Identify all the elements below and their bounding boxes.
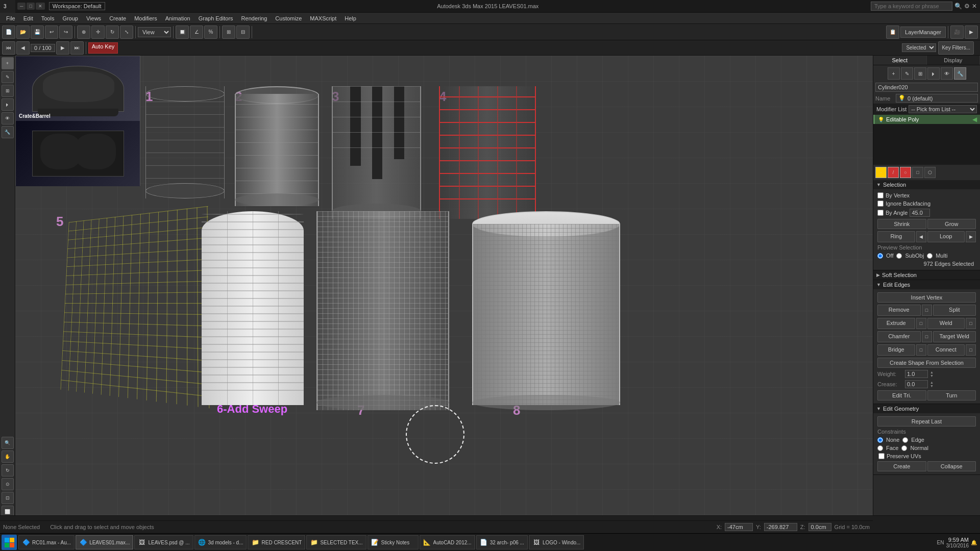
percent-snap-btn[interactable]: % [204,26,217,39]
loop-spin-btn[interactable]: ▶ [966,231,976,242]
view-dropdown[interactable]: View Screen World [138,27,171,37]
object-name-field[interactable]: Cylinder020 [875,83,978,92]
menu-edit[interactable]: Edit [19,14,37,22]
menu-modifiers[interactable]: Modifiers [130,14,161,22]
connect-settings-btn[interactable]: □ [966,344,976,356]
last-frame-btn[interactable]: ⏭ [70,41,84,55]
crease-input[interactable] [905,380,928,388]
menu-help[interactable]: Help [340,14,360,22]
hierarchy-mode-icon[interactable]: ⊞ [914,67,926,80]
left-hierarchy-btn[interactable]: ⊞ [2,85,14,97]
edit-tri-btn[interactable]: Edit Tri. [877,390,926,400]
snapping-btn[interactable]: 🔲 [176,26,189,39]
menu-maxscript[interactable]: MAXScript [306,14,340,22]
left-zoom-btn[interactable]: 🔍 [2,437,14,449]
loop-btn[interactable]: Loop [927,231,965,242]
bridge-btn[interactable]: Bridge [877,344,915,356]
display-mode-icon[interactable]: 👁 [941,67,953,80]
layer-field[interactable]: 💡 0 (default) [896,94,978,103]
key-filters-btn[interactable]: Key Filters... [938,41,974,55]
undo-btn[interactable]: ↩ [45,26,58,39]
viewport[interactable]: Crate&Barrel 1 [15,56,873,533]
play-btn[interactable]: ⏮ [2,41,15,55]
turn-btn[interactable]: Turn [927,390,976,400]
extrude-settings-btn[interactable]: □ [916,318,926,329]
frame-display[interactable]: 0 / 100 [31,44,55,52]
weld-settings-btn[interactable]: □ [966,318,976,329]
weight-down-icon[interactable]: ▼ [930,374,934,378]
render-btn[interactable]: ▶ [965,26,978,39]
weld-btn[interactable]: Weld [927,318,965,329]
redo-btn[interactable]: ↪ [59,26,72,39]
left-fieldofview-btn[interactable]: ⊙ [2,478,14,490]
repeat-last-btn[interactable]: Repeat Last [877,416,976,427]
menu-file[interactable]: File [2,14,19,22]
constraint-none-radio[interactable] [877,437,883,443]
modify-mode-icon[interactable]: ✎ [901,67,913,80]
new-btn[interactable]: 📄 [2,26,15,39]
save-btn[interactable]: 💾 [31,26,44,39]
bridge-settings-btn[interactable]: □ [916,344,926,356]
edit-edges-header[interactable]: ▼ Edit Edges [873,280,980,289]
preview-multi-radio[interactable] [927,253,933,259]
menu-graph-editors[interactable]: Graph Editors [194,14,237,22]
taskbar-item-redcrescent[interactable]: 📁 RED CRESCENT [248,535,305,549]
left-orbit-btn[interactable]: ↻ [2,464,14,477]
left-util-btn[interactable]: 🔧 [2,126,14,138]
weight-up-icon[interactable]: ▲ [930,370,934,374]
constraint-normal-radio[interactable] [901,445,907,451]
collapse-btn[interactable]: Collapse [927,461,976,471]
workspace-label[interactable]: Workspace: Default [49,2,105,10]
modifier-editable-poly[interactable]: 💡 Editable Poly ◀ [873,115,980,124]
taskbar-item-stickynotes[interactable]: 📝 Sticky Notes [368,535,419,549]
taskbar-item-selectedtex[interactable]: 📁 SELECTED TEX... [306,535,366,549]
angle-snap-btn[interactable]: ∠ [190,26,203,39]
split-btn[interactable]: Split [933,305,976,316]
remove-settings-btn[interactable]: □ [922,305,932,316]
constraint-edge-radio[interactable] [902,437,908,443]
open-btn[interactable]: 📂 [16,26,30,39]
taskbar-item-3dmodels[interactable]: 🌐 3d models - d... [194,535,247,549]
edit-geometry-header[interactable]: ▼ Edit Geometry [873,404,980,413]
tab-display[interactable]: Display [927,56,981,65]
utilities-mode-icon[interactable]: 🔧 [954,67,966,80]
ignore-backfacing-checkbox[interactable] [877,201,884,207]
connect-btn[interactable]: Connect [927,344,965,356]
settings-icon[interactable]: ⚙ [964,3,970,10]
taskbar-item-rc01[interactable]: 🔷 RC01.max - Au... [18,535,75,549]
modifier-list-dropdown[interactable]: -- Pick from List -- [909,105,977,113]
shrink-btn[interactable]: Shrink [877,219,926,229]
ring-btn[interactable]: Ring [877,231,915,242]
grow-btn[interactable]: Grow [927,219,976,229]
weight-input[interactable] [905,370,928,378]
left-pan-btn[interactable]: ✋ [2,450,14,463]
close-btn[interactable]: ✕ [36,3,45,10]
by-vertex-checkbox[interactable] [877,192,884,198]
rotate-btn[interactable]: ↻ [106,26,119,39]
sel-vertex-icon[interactable]: · [875,167,887,178]
by-angle-checkbox[interactable] [877,210,884,216]
tab-select[interactable]: Select [873,56,927,65]
menu-animation[interactable]: Animation [161,14,194,22]
start-button[interactable] [2,535,17,550]
taskbar-item-32arch[interactable]: 📄 32 arch- p06 ... [476,535,528,549]
selection-header[interactable]: ▼ Selection [873,180,980,189]
preview-subobj-radio[interactable] [896,253,902,259]
left-motion-btn[interactable]: ⏵ [2,98,14,111]
move-btn[interactable]: ✛ [91,26,105,39]
help-icon[interactable]: 🔍 [954,3,962,10]
extrude-btn[interactable]: Extrude [877,318,915,329]
maximize-btn[interactable]: □ [27,3,34,10]
taskbar-item-leaves01[interactable]: 🔷 LEAVES01.max... [76,535,133,549]
left-zoom-extents-btn[interactable]: ⊡ [2,492,14,504]
sel-border-icon[interactable]: ○ [900,167,911,178]
soft-selection-header[interactable]: ▶ Soft Selection [873,270,980,280]
autokey-btn[interactable]: Auto Key [88,42,118,54]
menu-create[interactable]: Create [105,14,130,22]
sel-polygon-icon[interactable]: □ [912,167,923,178]
align-btn[interactable]: ⊟ [236,26,250,39]
window-controls[interactable]: ─ □ ✕ [17,3,45,10]
menu-views[interactable]: Views [82,14,105,22]
taskbar-item-autocad[interactable]: 📐 AutoCAD 2012... [420,535,475,549]
crease-up-icon[interactable]: ▲ [930,381,934,384]
